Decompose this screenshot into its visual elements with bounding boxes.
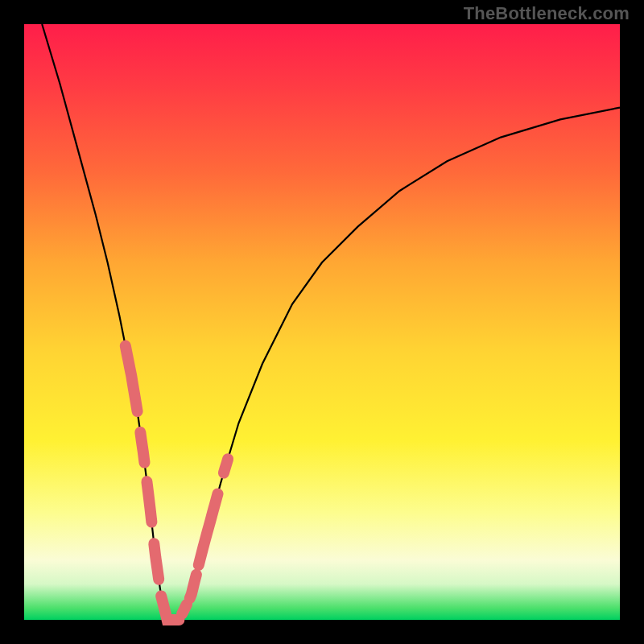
highlight-segment: [154, 543, 159, 579]
curve-svg: [24, 24, 620, 620]
highlight-segment: [224, 459, 228, 473]
plot-area: [24, 24, 620, 620]
highlight-markers: [126, 346, 228, 620]
highlight-segment: [182, 605, 187, 614]
highlight-segment: [140, 432, 144, 463]
watermark-text: TheBottleneck.com: [464, 3, 630, 24]
highlight-segment: [199, 493, 218, 565]
highlight-segment: [190, 575, 196, 599]
highlight-segment: [161, 596, 179, 620]
highlight-segment: [126, 346, 138, 411]
chart-frame: TheBottleneck.com: [0, 0, 644, 644]
highlight-segment: [147, 481, 151, 522]
bottleneck-curve: [42, 24, 620, 620]
